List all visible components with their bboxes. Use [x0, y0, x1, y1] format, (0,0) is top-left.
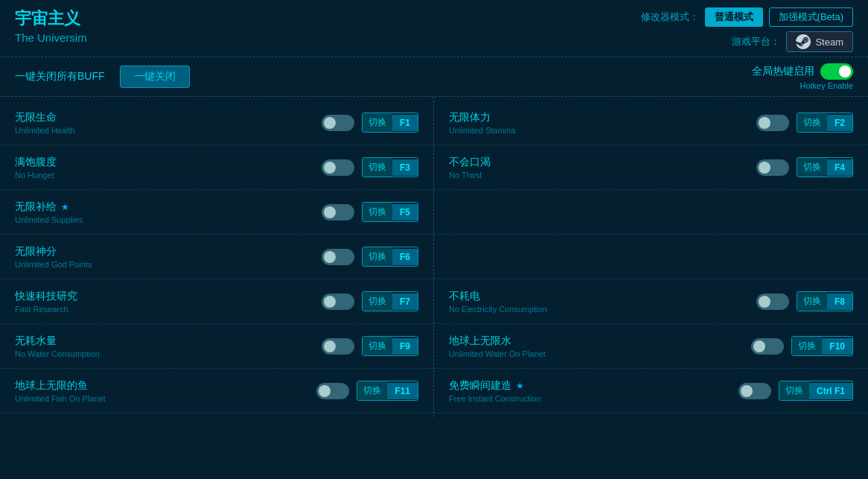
hotkey-row: 全局热键启用: [752, 63, 853, 80]
cheat-name-en: Free Instant Construction: [449, 394, 738, 403]
steam-platform-button[interactable]: Steam: [786, 31, 853, 52]
mode-beta-button[interactable]: 加强模式(Beta): [769, 7, 853, 27]
hotkey-button[interactable]: 切换F11: [357, 381, 418, 401]
mode-row: 修改器模式： 普通模式 加强模式(Beta): [641, 7, 853, 27]
hotkey-btn-key: F3: [392, 159, 418, 176]
hotkey-button[interactable]: 切换Ctrl F1: [779, 381, 853, 401]
cheat-controls: 切换F6: [322, 247, 418, 267]
cheat-item: 满饱腹度No Hunger切换F3: [0, 145, 433, 190]
hotkey-btn-key: F1: [392, 115, 418, 131]
hotkey-button[interactable]: 切换F4: [797, 157, 853, 177]
cheat-name-cn: 不会口渴: [449, 156, 756, 169]
hotkey-button[interactable]: 切换F9: [362, 336, 418, 356]
star-icon: ★: [61, 202, 69, 212]
cheat-toggle[interactable]: [751, 338, 784, 355]
cheat-item: 不会口渴No Thirst切换F4: [434, 145, 868, 190]
hotkey-toggle[interactable]: [820, 63, 853, 80]
cheat-names: 地球上无限的鱼Unlimited Fish On Planet: [15, 379, 316, 403]
cheat-name-cn: 无限神分: [15, 245, 322, 258]
cheat-toggle[interactable]: [322, 159, 354, 176]
cheat-names: 满饱腹度No Hunger: [15, 156, 322, 180]
cheat-toggle[interactable]: [322, 249, 354, 265]
cheat-item: 地球上无限的鱼Unlimited Fish On Planet切换F11: [0, 369, 433, 413]
cheat-names: 不耗电No Electricity Consumption: [449, 290, 756, 314]
toolbar: 一键关闭所有BUFF 一键关闭 全局热键启用 Hotkey Enable: [0, 57, 868, 97]
cheat-toggle[interactable]: [756, 159, 789, 176]
cheat-name-cn: 不耗电: [449, 290, 756, 303]
hotkey-button[interactable]: 切换F1: [362, 112, 418, 133]
hotkey-button[interactable]: 切换F7: [362, 291, 418, 311]
cheat-name-en: Unlimited Stamina: [449, 126, 756, 135]
hotkey-btn-label: 切换: [797, 292, 827, 311]
hotkey-btn-label: 切换: [363, 113, 392, 132]
cheat-controls: 切换F9: [322, 336, 418, 356]
right-column: 无限体力Unlimited Stamina切换F2不会口渴No Thirst切换…: [434, 97, 868, 417]
content-grid: 无限生命Unlimited Health切换F1满饱腹度No Hunger切换F…: [0, 97, 868, 417]
hotkey-btn-key: F8: [827, 294, 852, 310]
cheat-item-empty: [434, 190, 868, 235]
hotkey-btn-key: F10: [822, 338, 852, 355]
hotkey-btn-label: 切换: [779, 381, 809, 400]
steam-icon: [796, 34, 811, 49]
cheat-item-empty: [434, 235, 868, 279]
cheat-names: 快速科技研究Fast Research: [15, 290, 322, 314]
cheat-names: 无限生命Unlimited Health: [15, 111, 322, 135]
cheat-controls: 切换F1: [322, 112, 418, 133]
hotkey-enable-label: 全局热键启用: [752, 65, 814, 78]
cheat-item: 无限神分Unlimited God Points切换F6: [0, 235, 433, 279]
cheat-names: 免费瞬间建造★Free Instant Construction: [449, 379, 738, 403]
cheat-toggle[interactable]: [322, 115, 354, 131]
cheat-toggle[interactable]: [322, 338, 354, 355]
hotkey-btn-key: F11: [387, 383, 418, 399]
cheat-name-cn: 无限体力: [449, 111, 756, 124]
hotkey-button[interactable]: 切换F3: [362, 157, 418, 177]
hotkey-button[interactable]: 切换F2: [797, 112, 853, 133]
cheat-name-cn: 地球上无限的鱼: [15, 379, 316, 393]
hotkey-button[interactable]: 切换F8: [797, 291, 853, 311]
header-right: 修改器模式： 普通模式 加强模式(Beta) 游戏平台： Steam: [641, 7, 853, 52]
mode-normal-button[interactable]: 普通模式: [705, 7, 763, 27]
cheat-controls: 切换F11: [316, 381, 418, 401]
hotkey-btn-label: 切换: [363, 337, 392, 355]
cheat-item: 快速科技研究Fast Research切换F7: [0, 279, 433, 324]
cheat-toggle[interactable]: [756, 294, 789, 310]
cheat-toggle[interactable]: [322, 294, 354, 310]
hotkey-btn-key: F4: [827, 159, 852, 176]
cheat-toggle[interactable]: [738, 383, 771, 399]
cheat-name-en: Unlimited Supplies: [15, 215, 322, 224]
cheat-item: 无耗水量No Water Consumption切换F9: [0, 324, 433, 369]
hotkey-btn-label: 切换: [357, 381, 387, 400]
cheat-name-en: Unlimited Health: [15, 126, 322, 135]
cheat-names: 不会口渴No Thirst: [449, 156, 756, 180]
cheat-toggle[interactable]: [322, 204, 354, 221]
star-icon: ★: [516, 381, 524, 391]
hotkey-btn-label: 切换: [792, 337, 822, 355]
hotkey-btn-label: 切换: [363, 247, 392, 266]
hotkey-btn-key: F7: [392, 294, 418, 310]
cheat-controls: 切换F2: [756, 112, 853, 133]
cheat-controls: 切换F7: [322, 291, 418, 311]
cheat-item: 免费瞬间建造★Free Instant Construction切换Ctrl F…: [434, 369, 868, 413]
cheat-names: 地球上无限水Unlimited Water On Planet: [449, 334, 751, 358]
cheat-toggle[interactable]: [756, 115, 789, 131]
cheat-name-cn: 地球上无限水: [449, 334, 751, 348]
cheat-toggle[interactable]: [316, 383, 349, 399]
hotkey-btn-key: F5: [392, 204, 418, 221]
hotkey-button[interactable]: 切换F10: [791, 336, 853, 356]
cheat-name-cn: 快速科技研究: [15, 290, 322, 303]
hotkey-btn-key: F2: [827, 115, 852, 131]
title-cn: 宇宙主义: [15, 7, 87, 30]
close-all-button[interactable]: 一键关闭: [120, 66, 190, 88]
left-column: 无限生命Unlimited Health切换F1满饱腹度No Hunger切换F…: [0, 97, 434, 417]
header-left: 宇宙主义 The Universim: [15, 7, 87, 44]
cheat-controls: 切换F8: [756, 291, 853, 311]
cheat-name-cn: 无耗水量: [15, 334, 322, 348]
platform-row: 游戏平台： Steam: [732, 31, 853, 52]
cheat-name-cn: 免费瞬间建造★: [449, 379, 738, 393]
hotkey-button[interactable]: 切换F6: [362, 247, 418, 267]
platform-label: 游戏平台：: [732, 35, 780, 48]
cheat-names: 无限补给★Unlimited Supplies: [15, 200, 322, 224]
cheat-controls: 切换Ctrl F1: [738, 381, 853, 401]
hotkey-button[interactable]: 切换F5: [362, 202, 418, 222]
cheat-item: 地球上无限水Unlimited Water On Planet切换F10: [434, 324, 868, 369]
